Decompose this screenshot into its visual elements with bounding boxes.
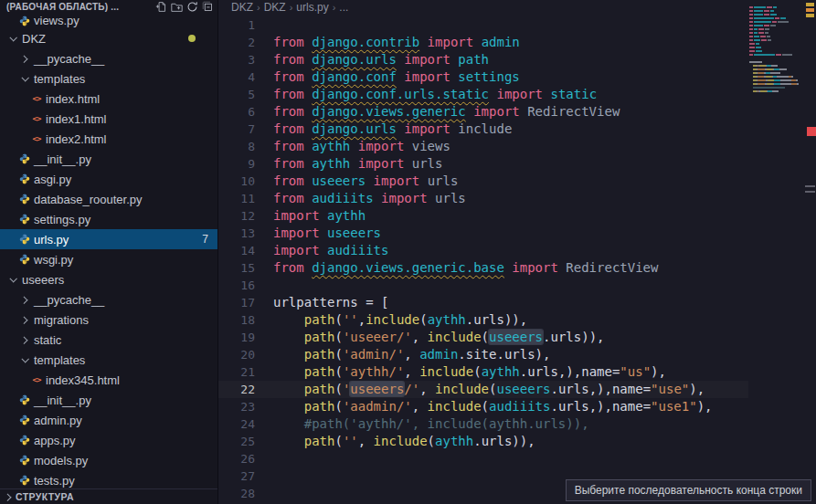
tree-item-label: index345.html — [46, 373, 120, 387]
code-line[interactable]: 4from django.conf import settings — [218, 68, 748, 86]
vscode-window: (РАБОЧАЯ ОБЛАСТЬ) ... views.pyDKZ__pycac… — [0, 0, 816, 504]
code-line[interactable]: 2from django.contrib import admin — [218, 34, 748, 51]
scrollbar[interactable] — [803, 0, 816, 504]
line-number: 8 — [218, 138, 255, 155]
problems-badge: 7 — [202, 233, 208, 246]
tree-item[interactable]: tests.py — [0, 470, 217, 488]
code-line[interactable]: 26 — [218, 450, 748, 467]
tree-item[interactable]: <>index345.html — [0, 370, 217, 390]
code-line[interactable]: 13import useeers — [218, 225, 748, 242]
tree-item-label: admin.py — [34, 414, 82, 427]
html-file-icon: <> — [33, 134, 41, 143]
tree-item-label: models.py — [34, 454, 88, 467]
code-line[interactable]: 1 — [218, 16, 748, 34]
outline-label: СТРУКТУРА — [16, 491, 74, 502]
tree-item[interactable]: views.py — [0, 13, 217, 28]
line-number: 10 — [218, 173, 255, 190]
tree-item[interactable]: __pycache__ — [0, 48, 217, 68]
refresh-icon[interactable] — [186, 1, 198, 13]
code-line[interactable]: 21 path('aythh/', include(aythh.urls,),n… — [218, 363, 748, 381]
code-line[interactable]: 16 — [218, 277, 748, 294]
scroll-marker — [805, 191, 815, 193]
tree-item-label: index.html — [46, 92, 100, 106]
code-line[interactable]: 12import aythh — [218, 207, 748, 225]
minimap[interactable] — [749, 2, 802, 104]
breadcrumb-item[interactable]: DKZ — [231, 1, 253, 14]
code-line[interactable]: 18 path('',include(aythh.urls)), — [218, 311, 748, 329]
file-tree: views.pyDKZ__pycache__templates<>index.h… — [0, 13, 217, 488]
tree-item[interactable]: templates — [0, 68, 217, 89]
code-line[interactable]: 14import audiiits — [218, 242, 748, 259]
line-number: 28 — [218, 485, 255, 502]
code-line[interactable]: 17urlpatterns = [ — [218, 294, 748, 311]
tree-item-label: database_roouter.py — [34, 193, 143, 206]
line-number: 27 — [218, 467, 255, 485]
explorer-section-header[interactable]: (РАБОЧАЯ ОБЛАСТЬ) ... — [0, 0, 217, 13]
breadcrumb-item[interactable]: DKZ — [264, 1, 286, 14]
line-number: 20 — [218, 346, 255, 363]
line-number: 3 — [218, 51, 255, 68]
chevron-down-icon — [21, 355, 28, 362]
line-number: 9 — [218, 155, 255, 173]
tree-item[interactable]: DKZ — [0, 28, 217, 48]
line-number: 18 — [218, 311, 255, 329]
code-line[interactable]: 3from django.urls import path — [218, 51, 748, 68]
collapse-all-icon[interactable] — [202, 1, 214, 13]
tree-item[interactable]: models.py — [0, 450, 217, 470]
python-file-icon — [19, 214, 30, 225]
python-file-icon — [19, 153, 30, 164]
eol-tooltip: Выберите последовательность конца строки — [566, 479, 811, 501]
code-line[interactable]: 15from django.views.generic.base import … — [218, 259, 748, 277]
tree-item[interactable]: admin.py — [0, 410, 217, 430]
code-area[interactable]: 12from django.contrib import admin3from … — [218, 15, 748, 504]
tree-item[interactable]: settings.py — [0, 209, 217, 229]
new-file-icon[interactable] — [155, 1, 167, 13]
html-file-icon: <> — [33, 375, 41, 384]
tree-item-label: __pycache__ — [34, 293, 104, 307]
code-line[interactable]: 10from useeers import urls — [218, 173, 748, 190]
code-line[interactable]: 8from aythh import views — [218, 138, 748, 155]
code-line[interactable]: 23 path('aadmin/', include(audiiits.urls… — [218, 398, 748, 415]
explorer-actions — [155, 1, 214, 13]
line-number: 21 — [218, 363, 255, 381]
chevron-down-icon — [9, 275, 16, 282]
python-file-icon — [19, 194, 30, 205]
code-line[interactable]: 19 path('useeer/', include(useeers.urls)… — [218, 329, 748, 346]
tree-item[interactable]: __init__.py — [0, 390, 217, 410]
tree-item[interactable]: static — [0, 330, 217, 350]
tree-item[interactable]: useeers — [0, 269, 217, 289]
new-folder-icon[interactable] — [171, 1, 183, 13]
tree-item[interactable]: templates — [0, 350, 217, 370]
code-line[interactable]: 6from django.views.generic import Redire… — [218, 103, 748, 121]
tree-item[interactable]: migrations — [0, 310, 217, 330]
tree-item[interactable]: <>index.html — [0, 89, 217, 109]
tree-item[interactable]: <>index1.html — [0, 109, 217, 129]
tree-item[interactable]: asgi.py — [0, 169, 217, 189]
tree-item[interactable]: <>index2.html — [0, 129, 217, 149]
code-line[interactable]: 9from aythh import urls — [218, 155, 748, 173]
breadcrumb-item[interactable]: ... — [339, 1, 348, 14]
outline-section-header[interactable]: СТРУКТУРА — [0, 488, 217, 504]
tree-item[interactable]: database_roouter.py — [0, 189, 217, 209]
code-line[interactable]: 20 path('admin/', admin.site.urls), — [218, 346, 748, 363]
tree-item[interactable]: __init__.py — [0, 149, 217, 169]
tree-item[interactable]: urls.py7 — [0, 229, 217, 249]
line-number: 26 — [218, 450, 255, 467]
python-file-icon — [19, 394, 30, 405]
tree-item[interactable]: wsgi.py — [0, 249, 217, 269]
code-line[interactable]: 24 #path('aythh/', include(aythh.urls)), — [218, 415, 748, 433]
breadcrumb-item[interactable]: urls.py — [296, 1, 328, 14]
code-line[interactable]: 5from django.conf.urls.static import sta… — [218, 86, 748, 103]
code-line[interactable]: 22 path('useeers/', include(useeers.urls… — [218, 381, 748, 398]
tree-item[interactable]: __pycache__ — [0, 289, 217, 310]
tree-item-label: settings.py — [34, 213, 90, 226]
python-file-icon — [19, 173, 30, 184]
code-line[interactable]: 11from audiiits import urls — [218, 190, 748, 207]
code-line[interactable]: 25 path('', include(aythh.urls)), — [218, 433, 748, 450]
tree-item-label: useeers — [22, 273, 64, 287]
tree-item-label: wsgi.py — [34, 253, 73, 267]
code-line[interactable]: 7from django.urls import include — [218, 121, 748, 138]
tree-item[interactable]: apps.py — [0, 430, 217, 450]
tree-item-label: index1.html — [46, 112, 106, 126]
tree-item-label: asgi.py — [34, 173, 71, 186]
